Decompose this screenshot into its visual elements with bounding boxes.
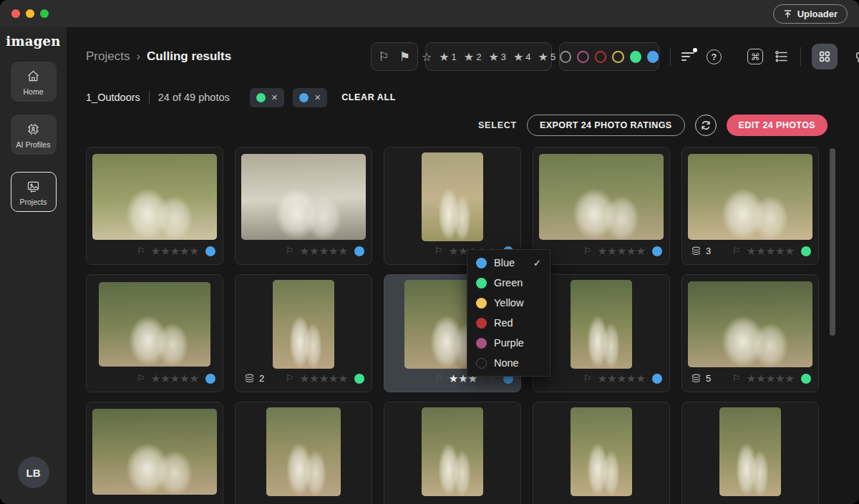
color-menu-item-red[interactable]: Red✓ [467, 313, 550, 333]
flag-filled-filter-icon[interactable]: ⚑ [399, 49, 410, 64]
star-icon[interactable]: ★ [339, 245, 348, 258]
photo-card-couple-walking-in-orchard[interactable]: 5 ⚐ ★★★★★ [681, 274, 819, 392]
close-window-button[interactable] [11, 9, 20, 18]
photo-card-man-standing-tan-pants[interactable]: ⚐ [384, 402, 521, 504]
uploader-button[interactable]: Uploader [773, 4, 848, 24]
grid-view-button[interactable] [812, 44, 838, 69]
star-icon[interactable]: ★ [151, 372, 160, 385]
star-icon[interactable]: ★ [775, 372, 785, 385]
export-ratings-button[interactable]: EXPORT 24 PHOTO RATINGS [527, 115, 684, 136]
star-icon[interactable]: ★ [170, 245, 180, 258]
minimize-window-button[interactable] [26, 9, 34, 18]
star-icon[interactable]: ★ [160, 245, 170, 258]
select-button[interactable]: SELECT [478, 120, 517, 130]
remove-chip-icon[interactable]: ✕ [271, 93, 278, 102]
star-icon[interactable]: ★ [329, 372, 338, 385]
star-icon[interactable]: ★ [160, 372, 170, 385]
color-menu-item-purple[interactable]: Purple✓ [467, 333, 550, 353]
filter-icon[interactable] [681, 50, 696, 63]
clear-all-button[interactable]: CLEAR ALL [341, 92, 396, 102]
photo-thumbnail[interactable] [688, 154, 812, 240]
star-icon[interactable]: ★ [449, 372, 458, 385]
star-filter-1[interactable]: ★1 [439, 50, 457, 64]
flag-icon[interactable]: ⚐ [286, 246, 294, 256]
color-filter-green[interactable] [630, 51, 641, 63]
color-label-dot[interactable] [801, 374, 811, 384]
star-icon[interactable]: ★ [180, 372, 189, 385]
photo-card-pregnant-woman-on-path[interactable]: ⚐ ★★★★★ [384, 147, 521, 265]
color-filter-yellow[interactable] [612, 51, 623, 63]
star-filter-2[interactable]: ★2 [464, 50, 482, 64]
color-label-dot[interactable] [652, 246, 662, 256]
star-icon[interactable]: ★ [636, 245, 646, 258]
remove-chip-icon[interactable]: ✕ [314, 93, 321, 102]
list-options-icon[interactable] [774, 49, 790, 64]
star-icon[interactable]: ★ [747, 245, 756, 258]
photo-card-man-with-sunglasses-drinking[interactable]: ⚐ ★★★★★ [533, 147, 670, 265]
photo-card-couple-hugging-orchard[interactable]: 2 ⚐ ★★★★★ [235, 274, 372, 392]
star-icon[interactable]: ★ [309, 372, 319, 385]
star-icon[interactable]: ★ [300, 245, 309, 258]
flag-icon[interactable]: ⚐ [286, 373, 294, 384]
photo-thumbnail[interactable] [99, 282, 210, 367]
star-icon[interactable]: ★ [766, 372, 775, 385]
photo-thumbnail[interactable] [266, 407, 341, 496]
photo-card-couple-adjusting-bowtie-by-car[interactable]: 3 ⚐ ★★★★★ [681, 147, 819, 265]
sidebar-item-projects[interactable]: Projects [11, 172, 57, 212]
photo-card-pregnant-woman-white-dress[interactable]: ⚐ [681, 402, 819, 504]
photo-thumbnail[interactable] [719, 407, 781, 496]
star-icon[interactable]: ★ [180, 245, 189, 258]
user-avatar[interactable]: LB [18, 457, 49, 488]
photo-thumbnail[interactable] [92, 154, 217, 240]
flag-outline-filter-icon[interactable]: ⚐ [379, 49, 389, 64]
star-icon[interactable]: ★ [626, 372, 636, 385]
photo-card-man-by-white-car-reeds[interactable]: ⚐ ★★★★★ [86, 147, 223, 265]
sidebar-item-home[interactable]: Home [11, 62, 57, 102]
color-label-dot[interactable] [354, 246, 364, 256]
star-filter-5[interactable]: ★5 [538, 50, 556, 64]
breadcrumb-projects-link[interactable]: Projects [86, 49, 130, 64]
star-filter-4[interactable]: ★4 [513, 50, 531, 64]
photo-thumbnail[interactable] [422, 407, 483, 496]
photo-thumbnail[interactable] [241, 154, 366, 240]
color-menu-item-blue[interactable]: Blue✓ [467, 253, 550, 273]
star-icon[interactable]: ★ [747, 372, 756, 385]
star-icon[interactable]: ★ [607, 245, 616, 258]
star-filter-3[interactable]: ★3 [488, 50, 506, 64]
star-icon[interactable]: ★ [190, 245, 199, 258]
color-label-dot[interactable] [652, 374, 662, 384]
sidebar-item-ai-profiles[interactable]: AI Profiles [11, 115, 57, 155]
star-icon[interactable]: ★ [190, 372, 199, 385]
star-icon[interactable]: ★ [449, 245, 458, 258]
zoom-window-button[interactable] [40, 9, 49, 18]
color-menu-item-yellow[interactable]: Yellow✓ [467, 293, 550, 313]
star-icon[interactable]: ★ [319, 245, 329, 258]
help-icon[interactable]: ? [707, 49, 722, 64]
photo-card-man-in-bowtie[interactable]: ⚐ [533, 402, 670, 504]
vertical-scrollbar[interactable] [830, 148, 835, 336]
refresh-button[interactable] [695, 115, 717, 136]
star-icon[interactable]: ★ [785, 245, 795, 258]
color-filter-blue[interactable] [647, 51, 659, 63]
star-icon[interactable]: ★ [170, 372, 180, 385]
star-icon[interactable]: ★ [598, 245, 607, 258]
star-icon[interactable]: ★ [598, 372, 607, 385]
star-filter-zero[interactable]: ☆ [422, 50, 432, 64]
photo-thumbnail[interactable] [422, 152, 483, 241]
flag-icon[interactable]: ⚐ [583, 373, 592, 384]
star-icon[interactable]: ★ [309, 245, 319, 258]
color-filter-purple[interactable] [577, 51, 588, 63]
star-icon[interactable]: ★ [319, 372, 329, 385]
stack-badge[interactable]: 3 [691, 246, 711, 256]
color-label-dot[interactable] [354, 374, 364, 384]
star-icon[interactable]: ★ [617, 245, 626, 258]
star-icon[interactable]: ★ [617, 372, 626, 385]
color-menu-item-none[interactable]: None✓ [467, 353, 550, 373]
color-label-dot[interactable] [205, 246, 215, 256]
flag-icon[interactable]: ⚐ [732, 246, 741, 256]
photo-card-pregnant-woman-in-orchard[interactable]: ⚐ ★★★★★ [533, 274, 670, 392]
flag-icon[interactable]: ⚐ [435, 373, 443, 384]
color-menu-item-green[interactable]: Green✓ [467, 273, 550, 293]
stack-badge[interactable]: 5 [691, 373, 711, 384]
filter-chip-blue[interactable]: ✕ [293, 88, 327, 107]
